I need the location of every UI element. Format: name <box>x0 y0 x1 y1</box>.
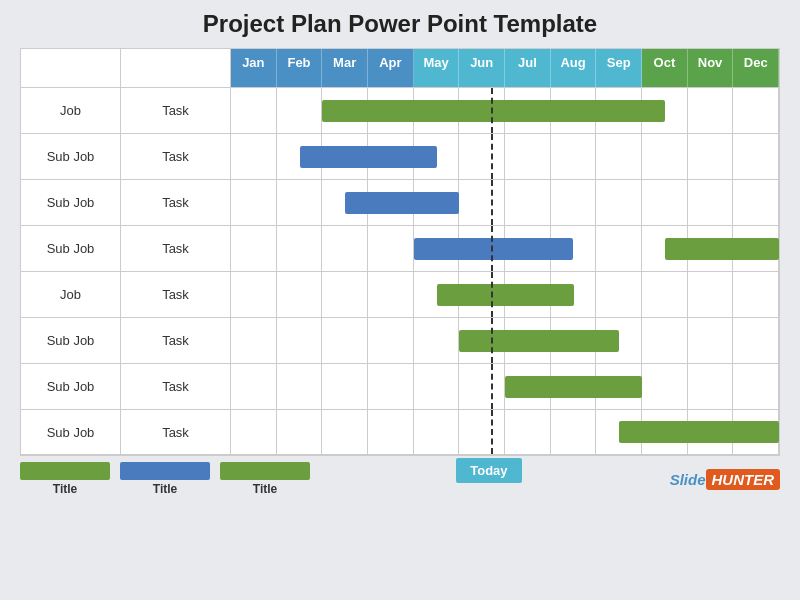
gantt-bar <box>619 421 779 443</box>
footer-area: TitleTitleTitle Slide HUNTER <box>20 462 780 496</box>
month-header-aug: Aug <box>551 49 597 87</box>
brand-area: Slide HUNTER <box>670 469 780 490</box>
today-line <box>491 318 493 363</box>
today-line <box>491 410 493 454</box>
task-label: Task <box>121 88 231 133</box>
gantt-bar <box>322 100 665 122</box>
table-row: Sub JobTask <box>21 409 779 455</box>
job-label: Sub Job <box>21 318 121 363</box>
task-label: Task <box>121 134 231 179</box>
legend-label: Title <box>53 482 77 496</box>
today-line <box>491 88 493 133</box>
task-label: Task <box>121 410 231 454</box>
task-label: Task <box>121 272 231 317</box>
month-header-jun: Jun <box>459 49 505 87</box>
gantt-cells <box>231 180 779 225</box>
month-header-dec: Dec <box>733 49 779 87</box>
month-header-jul: Jul <box>505 49 551 87</box>
gantt-cells <box>231 364 779 409</box>
today-line <box>491 180 493 225</box>
job-label: Sub Job <box>21 226 121 271</box>
legend-label: Title <box>253 482 277 496</box>
legend-item-2: Title <box>220 462 310 496</box>
today-line <box>491 272 493 317</box>
gantt-bar <box>505 376 642 398</box>
month-header-feb: Feb <box>277 49 323 87</box>
today-line <box>491 364 493 409</box>
job-label: Sub Job <box>21 410 121 454</box>
table-row: Sub JobTask <box>21 363 779 409</box>
task-label: Task <box>121 226 231 271</box>
gantt-cells <box>231 410 779 454</box>
label-cols-header <box>21 49 231 87</box>
gantt-cells <box>231 226 779 271</box>
task-label: Task <box>121 364 231 409</box>
gantt-bar <box>300 146 437 168</box>
page: Project Plan Power Point Template JanFeb… <box>0 0 800 600</box>
gantt-rows: JobTaskSub JobTaskSub JobTaskSub JobTask… <box>21 87 779 455</box>
table-row: Sub JobTask <box>21 225 779 271</box>
month-header-nov: Nov <box>688 49 734 87</box>
gantt-bar <box>459 330 619 352</box>
gantt-cells <box>231 134 779 179</box>
table-row: Sub JobTask <box>21 317 779 363</box>
gantt-cells <box>231 318 779 363</box>
gantt-bar <box>437 284 574 306</box>
page-title: Project Plan Power Point Template <box>203 10 597 38</box>
job-label: Job <box>21 88 121 133</box>
table-row: JobTask <box>21 87 779 133</box>
legend-bar <box>220 462 310 480</box>
legend-label: Title <box>153 482 177 496</box>
gantt-bar <box>414 238 574 260</box>
legend-item-1: Title <box>120 462 210 496</box>
today-badge: Today <box>456 458 521 483</box>
month-header-mar: Mar <box>322 49 368 87</box>
month-header-jan: Jan <box>231 49 277 87</box>
table-row: JobTask <box>21 271 779 317</box>
task-label: Task <box>121 180 231 225</box>
gantt-cells <box>231 272 779 317</box>
job-label: Sub Job <box>21 180 121 225</box>
month-header-sep: Sep <box>596 49 642 87</box>
month-headers: JanFebMarAprMayJunJulAugSepOctNovDec <box>231 49 779 87</box>
gantt-bar <box>345 192 459 214</box>
month-header-apr: Apr <box>368 49 414 87</box>
table-row: Sub JobTask <box>21 133 779 179</box>
legend-item-0: Title <box>20 462 110 496</box>
header-row: JanFebMarAprMayJunJulAugSepOctNovDec <box>21 49 779 87</box>
legend-bar <box>20 462 110 480</box>
job-label: Sub Job <box>21 364 121 409</box>
job-label: Sub Job <box>21 134 121 179</box>
brand-hunter: HUNTER <box>706 469 781 490</box>
today-line <box>491 134 493 179</box>
table-row: Sub JobTask <box>21 179 779 225</box>
gantt-bar-secondary <box>665 238 779 260</box>
legend-bar <box>120 462 210 480</box>
month-header-oct: Oct <box>642 49 688 87</box>
gantt-cells <box>231 88 779 133</box>
today-line <box>491 226 493 271</box>
gantt-chart: JanFebMarAprMayJunJulAugSepOctNovDec Job… <box>20 48 780 456</box>
task-label: Task <box>121 318 231 363</box>
brand-slide: Slide <box>670 471 706 488</box>
legend-area: TitleTitleTitle <box>20 462 310 496</box>
job-label: Job <box>21 272 121 317</box>
month-header-may: May <box>414 49 460 87</box>
